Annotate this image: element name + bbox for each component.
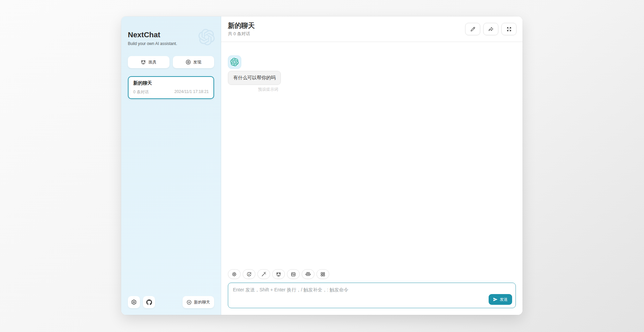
- paper-plane-icon: [493, 297, 498, 302]
- message-context-tag: 预设提示词: [228, 87, 281, 92]
- send-button[interactable]: 发送: [489, 294, 512, 305]
- mask-icon: [141, 59, 146, 65]
- chat-body: 有什么可以帮你的吗 预设提示词: [221, 42, 523, 267]
- clear-context-icon: [291, 272, 296, 277]
- mask-button[interactable]: 面具: [128, 56, 169, 68]
- settings-icon: [131, 299, 137, 305]
- maximize-icon: [506, 26, 512, 32]
- message-column: 有什么可以帮你的吗 预设提示词: [228, 71, 281, 92]
- rename-chat-button[interactable]: [465, 23, 480, 35]
- sidebar-footer: 新的聊天: [128, 296, 214, 308]
- chat-item-meta: 0 条对话 2024/11/1 17:18:21: [133, 89, 209, 95]
- discover-icon: [186, 59, 191, 65]
- settings-icon: [232, 272, 237, 277]
- discover-button-label: 发现: [193, 59, 201, 65]
- share-icon: [488, 26, 494, 32]
- edit-pencil-icon: [470, 26, 476, 32]
- chat-message-count: 共 0 条对话: [228, 31, 255, 37]
- assistant-avatar: [228, 55, 241, 69]
- share-chat-button[interactable]: [483, 23, 498, 35]
- chat-list-item[interactable]: 新的聊天 0 条对话 2024/11/1 17:18:21: [128, 76, 214, 99]
- chat-item-timestamp: 2024/11/1 17:18:21: [174, 89, 209, 95]
- settings-button[interactable]: [128, 296, 140, 308]
- chat-header-actions: [465, 23, 516, 35]
- clear-context-button[interactable]: [287, 269, 300, 279]
- prompt-commands-button[interactable]: [257, 269, 270, 279]
- model-select-button[interactable]: [302, 269, 314, 279]
- theme-toggle-button[interactable]: A: [243, 269, 255, 279]
- nextchat-window: NextChat Build your own AI assistant. 面具: [121, 16, 523, 315]
- mask-button-label: 面具: [148, 59, 156, 65]
- svg-text:A: A: [248, 273, 250, 276]
- plugins-grid-icon: [320, 272, 326, 277]
- send-button-label: 发送: [500, 297, 508, 302]
- plus-circle-icon: [187, 300, 192, 305]
- github-button[interactable]: [143, 296, 155, 308]
- chat-header: 新的聊天 共 0 条对话: [221, 16, 523, 42]
- chat-header-titles: 新的聊天 共 0 条对话: [228, 21, 255, 37]
- chat-settings-button[interactable]: [228, 269, 241, 279]
- message-input-container: 发送: [228, 283, 516, 308]
- sidebar: NextChat Build your own AI assistant. 面具: [121, 16, 221, 315]
- message-input[interactable]: [228, 283, 515, 308]
- maximize-button[interactable]: [501, 23, 516, 35]
- github-icon: [146, 299, 152, 305]
- composer: A: [221, 267, 523, 315]
- theme-auto-icon: A: [246, 272, 252, 277]
- discover-button[interactable]: 发现: [173, 56, 214, 68]
- openai-logo-watermark-icon: [198, 29, 215, 46]
- message-bubble[interactable]: 有什么可以帮你的吗: [228, 71, 281, 85]
- chat-list: 新的聊天 0 条对话 2024/11/1 17:18:21: [128, 76, 214, 99]
- chat-message-assistant: 有什么可以帮你的吗 预设提示词: [228, 55, 516, 92]
- mask-icon: [276, 272, 281, 277]
- openai-logo-icon: [230, 58, 239, 66]
- chat-item-title: 新的聊天: [133, 80, 209, 86]
- new-chat-button-label: 新的聊天: [194, 299, 210, 305]
- masks-button[interactable]: [272, 269, 285, 279]
- chat-title: 新的聊天: [228, 21, 255, 30]
- composer-toolbar: A: [228, 269, 516, 279]
- sidebar-actions: 面具 发现: [128, 56, 214, 68]
- prompt-wand-icon: [261, 272, 266, 277]
- model-robot-icon: [305, 272, 311, 277]
- new-chat-button[interactable]: 新的聊天: [183, 296, 214, 308]
- chat-main: 新的聊天 共 0 条对话: [221, 16, 523, 315]
- plugins-button[interactable]: [316, 269, 329, 279]
- chat-item-count: 0 条对话: [133, 89, 149, 95]
